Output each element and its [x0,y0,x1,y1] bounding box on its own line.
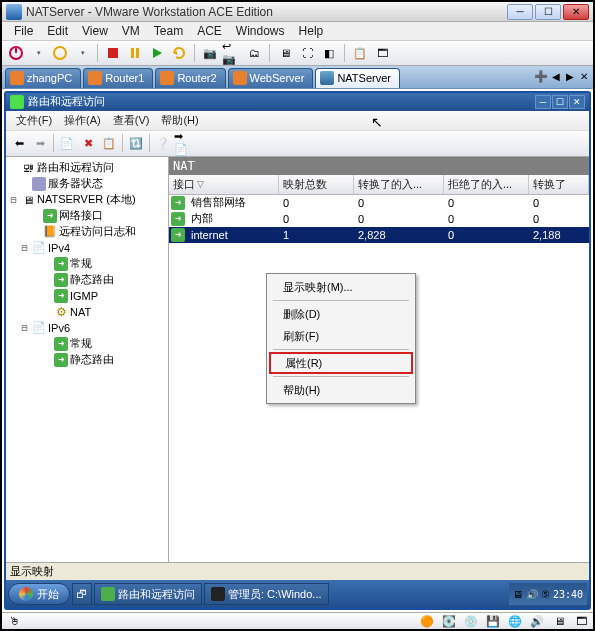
maximize-button[interactable]: ☐ [535,4,561,20]
usb-icon[interactable]: 🖥 [551,614,567,628]
tab-natserver[interactable]: NATServer [315,68,400,88]
minimize-button[interactable]: ─ [507,4,533,20]
inner-close[interactable]: ✕ [569,95,585,109]
show-desktop-icon[interactable]: 🖥 [275,43,295,63]
menu-edit[interactable]: Edit [41,22,74,40]
suspend-icon[interactable] [50,43,70,63]
suspend-dropdown[interactable] [72,43,92,63]
tab-prev[interactable]: ◀ [549,70,563,84]
tree-ipv4-static[interactable]: 静态路由 [8,272,166,288]
quick-launch[interactable]: 🗗 [72,583,92,605]
tree-ipv4-nat[interactable]: NAT [8,304,166,320]
ctx-help[interactable]: 帮助(H) [269,379,413,401]
menu-vm[interactable]: VM [116,22,146,40]
tree-root[interactable]: 🖳路由和远程访问 [8,160,166,176]
system-tray[interactable]: 🖥 🔊 ⑤ 23:40 [509,583,587,605]
tree-server[interactable]: ⊟🖥NATSERVER (本地) [8,192,166,208]
tray-icon[interactable]: 🔊 [526,589,538,600]
tab-zhangpc[interactable]: zhangPC [5,68,81,88]
tree-nics[interactable]: 网络接口 [8,208,166,224]
menu-help[interactable]: Help [293,22,330,40]
static-route-icon [54,273,68,287]
unity-icon[interactable]: ◧ [319,43,339,63]
revert-icon[interactable]: ↩📷 [222,43,242,63]
tray-orange-icon[interactable]: 🟠 [419,614,435,628]
inner-menu-file[interactable]: 文件(F) [10,113,58,128]
table-row-selected[interactable]: internet 1 2,828 0 2,188 [169,227,589,243]
stop-icon[interactable] [103,43,123,63]
menu-ace[interactable]: ACE [191,22,228,40]
inner-menu-view[interactable]: 查看(V) [107,113,156,128]
taskbar-rras[interactable]: 路由和远程访问 [94,583,202,605]
display-icon[interactable]: 🗔 [573,614,589,628]
tray-text[interactable]: ⑤ [541,589,550,600]
tree-status[interactable]: 服务器状态 [8,176,166,192]
menu-windows[interactable]: Windows [230,22,291,40]
back-icon[interactable]: ⬅ [9,133,29,153]
ctx-delete[interactable]: 删除(D) [269,303,413,325]
table-row[interactable]: 内部 0 0 0 0 [169,211,589,227]
menu-team[interactable]: Team [148,22,189,40]
new-tab-icon[interactable]: ➕ [533,69,549,85]
summary-icon[interactable]: 📋 [350,43,370,63]
reset-icon[interactable] [169,43,189,63]
up-icon[interactable]: 📄 [57,133,77,153]
tab-close[interactable]: ✕ [577,70,591,84]
table-row[interactable]: 销售部网络 0 0 0 0 [169,195,589,211]
col-interface[interactable]: 接口 [169,175,279,194]
cd-icon[interactable]: 💿 [463,614,479,628]
tree-ipv6-general[interactable]: 常规 [8,336,166,352]
help-icon[interactable]: ❔ [153,133,173,153]
menu-file[interactable]: File [8,22,39,40]
input-grab-icon[interactable]: 🖰 [6,614,22,628]
tab-router1[interactable]: Router1 [83,68,153,88]
ctx-show-map[interactable]: 显示映射(M)... [269,276,413,298]
inner-menu-action[interactable]: 操作(A) [58,113,107,128]
network-icon[interactable]: 🌐 [507,614,523,628]
col-rejected[interactable]: 拒绝了的入... [444,175,529,194]
clock[interactable]: 23:40 [553,589,583,600]
menu-view[interactable]: View [76,22,114,40]
tray-icon[interactable]: 🖥 [513,589,523,600]
forward-icon[interactable]: ➡ [30,133,50,153]
ctx-refresh[interactable]: 刷新(F) [269,325,413,347]
ctx-properties[interactable]: 属性(R) [269,352,413,374]
tree-ipv4[interactable]: ⊟IPv4 [8,240,166,256]
close-button[interactable]: ✕ [563,4,589,20]
play-icon[interactable] [147,43,167,63]
delete-icon[interactable]: ✖ [78,133,98,153]
refresh-icon[interactable]: 🔃 [126,133,146,153]
tree-ipv6-static[interactable]: 静态路由 [8,352,166,368]
start-button[interactable]: 开始 [8,583,70,605]
pause-icon[interactable] [125,43,145,63]
separator [273,349,409,350]
tree-remote-log[interactable]: 远程访问日志和 [8,224,166,240]
hdd-icon[interactable]: 💽 [441,614,457,628]
sound-icon[interactable]: 🔊 [529,614,545,628]
nav-tree[interactable]: 🖳路由和远程访问 服务器状态 ⊟🖥NATSERVER (本地) 网络接口 远程访… [6,157,169,563]
tree-ipv6[interactable]: ⊟IPv6 [8,320,166,336]
tab-router2[interactable]: Router2 [155,68,225,88]
inner-menu-help[interactable]: 帮助(H) [155,113,204,128]
snapshot-icon[interactable]: 📷 [200,43,220,63]
inner-maximize[interactable]: ☐ [552,95,568,109]
power-dropdown[interactable] [28,43,48,63]
col-trans-in[interactable]: 转换了的入... [354,175,444,194]
col-total[interactable]: 映射总数 [279,175,354,194]
tree-ipv4-igmp[interactable]: IGMP [8,288,166,304]
fullscreen-icon[interactable]: ⛶ [297,43,317,63]
taskbar-cmd[interactable]: 管理员: C:\Windo... [204,583,329,605]
col-trans[interactable]: 转换了 [529,175,589,194]
snapshot-manager-icon[interactable]: 🗂 [244,43,264,63]
main-menubar: File Edit View VM Team ACE Windows Help [2,22,593,41]
power-off-icon[interactable] [6,43,26,63]
tab-next[interactable]: ▶ [563,70,577,84]
export-icon[interactable]: ➡📄 [174,133,194,153]
floppy-icon[interactable]: 💾 [485,614,501,628]
console-icon[interactable]: 🗔 [372,43,392,63]
window-title: NATServer - VMware Workstation ACE Editi… [26,5,507,19]
inner-minimize[interactable]: ─ [535,95,551,109]
properties-icon[interactable]: 📋 [99,133,119,153]
tree-ipv4-general[interactable]: 常规 [8,256,166,272]
tab-webserver[interactable]: WebServer [228,68,314,88]
